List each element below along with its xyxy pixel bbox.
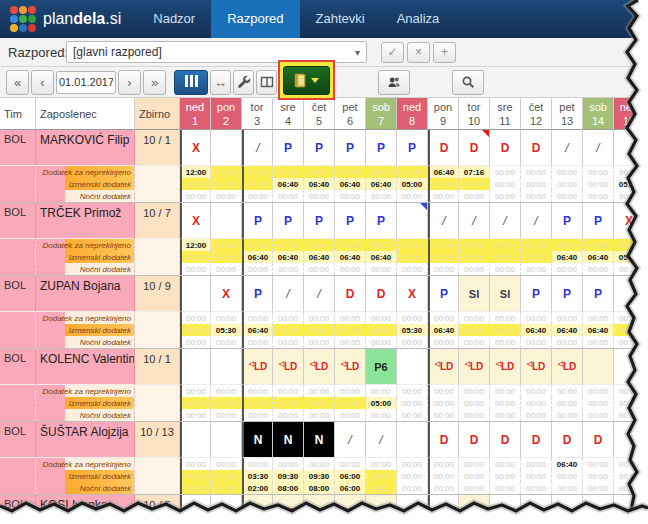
schedule-cell[interactable] [614, 276, 645, 312]
schedule-cell[interactable] [614, 422, 645, 458]
schedule-cell[interactable]: X [397, 276, 428, 312]
schedule-cell[interactable]: N [242, 422, 273, 458]
schedule-cell[interactable]: P [552, 495, 583, 524]
addon-cell[interactable]: 00:00 [242, 409, 273, 421]
addon-cell[interactable]: 00:00 [614, 324, 645, 336]
schedule-cell[interactable] [180, 349, 211, 385]
addon-cell[interactable]: 00:00 [211, 263, 242, 275]
addon-cell[interactable]: 02:00 [242, 482, 273, 494]
addon-cell[interactable]: 00:00 [583, 482, 614, 494]
schedule-cell[interactable] [180, 422, 211, 458]
addon-cell[interactable]: 00:00 [428, 336, 459, 348]
addon-cell[interactable]: 00:00 [521, 178, 552, 190]
addon-cell[interactable]: 00:00 [614, 470, 645, 482]
addon-cell[interactable]: 00:00 [335, 166, 366, 178]
addon-cell[interactable]: 00:00 [428, 178, 459, 190]
addon-cell[interactable]: 00:00 [614, 239, 645, 251]
addon-cell[interactable]: 05:00 [397, 178, 428, 190]
add-button[interactable]: + [433, 42, 456, 63]
schedule-cell[interactable]: X [180, 203, 211, 239]
addon-cell[interactable]: 00:00 [242, 385, 273, 397]
schedule-cell[interactable]: D [335, 276, 366, 312]
addon-cell[interactable]: 00:00 [211, 239, 242, 251]
schedule-cell[interactable]: X [180, 130, 211, 166]
addon-cell[interactable]: 00:00 [490, 166, 521, 178]
addon-cell[interactable]: 00:00 [521, 397, 552, 409]
addon-cell[interactable]: 00:00 [397, 397, 428, 409]
addon-cell[interactable]: 06:40 [428, 324, 459, 336]
schedule-cell[interactable]: / [552, 130, 583, 166]
addon-cell[interactable]: 00:00 [335, 239, 366, 251]
schedule-cell[interactable]: / [490, 203, 521, 239]
addon-cell[interactable]: 00:00 [583, 409, 614, 421]
day-header-tor-10[interactable]: tor10 [459, 98, 490, 130]
day-header-čet-12[interactable]: čet12 [521, 98, 552, 130]
addon-cell[interactable]: 06:00 [335, 482, 366, 494]
day-header-tor-3[interactable]: tor3 [242, 98, 273, 130]
addon-cell[interactable]: 00:00 [614, 409, 645, 421]
schedule-cell[interactable]: ◁LD [552, 349, 583, 385]
schedule-cell[interactable]: / [273, 276, 304, 312]
addon-cell[interactable]: 00:00 [614, 263, 645, 275]
search-button[interactable] [452, 70, 484, 95]
addon-cell[interactable]: 06:40 [428, 166, 459, 178]
schedule-cell[interactable] [211, 349, 242, 385]
addon-cell[interactable]: 00:00 [335, 263, 366, 275]
schedule-cell[interactable]: / [521, 203, 552, 239]
addon-cell[interactable]: 00:00 [180, 263, 211, 275]
addon-cell[interactable]: 00:00 [397, 190, 428, 202]
schedule-cell[interactable]: P [583, 203, 614, 239]
addon-cell[interactable]: 00:00 [180, 470, 211, 482]
addon-cell[interactable]: 00:00 [273, 239, 304, 251]
schedule-cell[interactable]: X [180, 495, 211, 524]
addon-cell[interactable]: 00:00 [397, 336, 428, 348]
addon-cell[interactable]: 00:00 [583, 178, 614, 190]
confirm-button[interactable]: ✓ [381, 42, 404, 63]
schedule-cell[interactable] [583, 495, 614, 524]
day-header-sre-11[interactable]: sre11 [490, 98, 521, 130]
addon-cell[interactable]: 00:00 [521, 251, 552, 263]
addon-cell[interactable]: 06:40 [304, 178, 335, 190]
day-header-sob-14[interactable]: sob14 [583, 98, 614, 130]
addon-cell[interactable]: 00:00 [304, 409, 335, 421]
addon-cell[interactable]: 00:00 [180, 397, 211, 409]
addon-cell[interactable]: 00:00 [614, 166, 645, 178]
addon-cell[interactable]: 00:00 [490, 312, 521, 324]
addon-cell[interactable]: 00:00 [614, 190, 645, 202]
addon-cell[interactable]: 00:00 [366, 239, 397, 251]
addon-cell[interactable]: 00:00 [180, 251, 211, 263]
addon-cell[interactable]: 00:00 [521, 190, 552, 202]
addon-cell[interactable]: 00:00 [552, 409, 583, 421]
schedule-cell[interactable]: ◁LD [459, 349, 490, 385]
addon-cell[interactable]: 00:00 [397, 409, 428, 421]
addon-cell[interactable]: 00:00 [552, 385, 583, 397]
schedule-cell[interactable]: D [490, 130, 521, 166]
schedule-cell[interactable]: P [242, 276, 273, 312]
addon-cell[interactable]: 00:00 [428, 190, 459, 202]
addon-cell[interactable]: 00:00 [242, 336, 273, 348]
addon-cell[interactable]: 00:00 [490, 470, 521, 482]
addon-cell[interactable]: 00:00 [304, 324, 335, 336]
addon-cell[interactable]: 05:30 [211, 324, 242, 336]
addon-cell[interactable]: 06:40 [521, 324, 552, 336]
addon-cell[interactable]: 00:00 [335, 312, 366, 324]
addon-cell[interactable]: 00:00 [552, 312, 583, 324]
addon-cell[interactable]: 00:00 [242, 178, 273, 190]
addon-cell[interactable]: 00:00 [242, 190, 273, 202]
addon-cell[interactable]: 00:00 [521, 470, 552, 482]
addon-cell[interactable]: 00:00 [459, 178, 490, 190]
addon-cell[interactable]: 00:00 [614, 458, 645, 470]
addon-cell[interactable]: 00:00 [335, 336, 366, 348]
addon-cell[interactable]: 00:00 [614, 336, 645, 348]
addon-cell[interactable]: 00:00 [614, 482, 645, 494]
schedule-cell[interactable]: / [366, 422, 397, 458]
addon-cell[interactable]: 00:00 [304, 166, 335, 178]
schedule-cell[interactable]: P [335, 203, 366, 239]
schedule-cell[interactable]: P [428, 276, 459, 312]
schedule-cell[interactable]: D [552, 422, 583, 458]
addon-cell[interactable]: 05:00 [366, 397, 397, 409]
schedule-cell[interactable]: D [428, 130, 459, 166]
schedule-cell[interactable] [211, 130, 242, 166]
schedule-cell[interactable]: D [459, 422, 490, 458]
addon-cell[interactable]: 06:40 [242, 251, 273, 263]
